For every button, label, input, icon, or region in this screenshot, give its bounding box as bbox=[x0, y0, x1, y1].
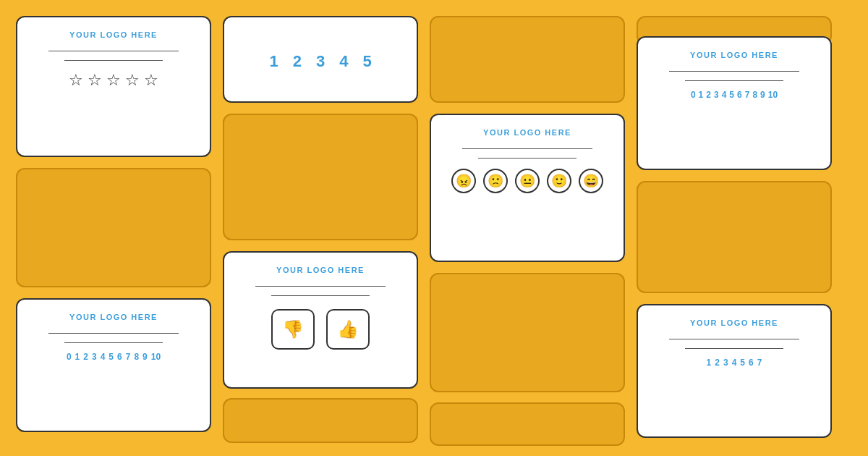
card-golden-col3-bottom bbox=[430, 402, 625, 446]
star-1: ☆ bbox=[69, 71, 83, 90]
logo-text: YOUR LOGO HERE bbox=[69, 30, 158, 39]
emoji-rating: 😠 🙁 😐 🙂 😄 bbox=[451, 169, 603, 193]
card-golden-col2-bottom bbox=[223, 398, 418, 443]
card-golden-col3-lower bbox=[430, 273, 625, 392]
num-3: 3 bbox=[92, 352, 97, 362]
emoji-sad: 🙁 bbox=[483, 169, 508, 193]
num-2: 2 bbox=[706, 90, 711, 100]
nps-partial-scale: 1 2 3 4 5 6 7 bbox=[707, 358, 762, 368]
card-logo-stars: YOUR LOGO HERE ☆ ☆ ☆ ☆ ☆ bbox=[16, 16, 211, 157]
scale-15-numbers: 1 2 3 4 5 bbox=[269, 52, 371, 71]
card-golden-col3-top bbox=[430, 16, 625, 103]
divider-line2 bbox=[271, 295, 370, 296]
num-1: 1 bbox=[75, 352, 80, 362]
num-2: 2 bbox=[83, 352, 88, 362]
divider-line bbox=[48, 51, 179, 51]
nps-scale: 0 1 2 3 4 5 6 7 8 9 10 bbox=[67, 352, 161, 362]
card-logo-emojis: YOUR LOGO HERE 😠 🙁 😐 🙂 😄 bbox=[430, 114, 625, 262]
star-2: ☆ bbox=[88, 71, 102, 90]
card-golden-col2-mid bbox=[223, 114, 418, 240]
num-7: 7 bbox=[745, 90, 750, 100]
num-9: 9 bbox=[760, 90, 765, 100]
star-3: ☆ bbox=[106, 71, 121, 90]
card-logo-nps-bottom-left: YOUR LOGO HERE 0 1 2 3 4 5 6 7 8 9 10 bbox=[16, 298, 211, 432]
num-4: 4 bbox=[732, 358, 737, 368]
emoji-happy: 🙂 bbox=[547, 169, 571, 193]
divider-line bbox=[669, 339, 800, 339]
logo-text: YOUR LOGO HERE bbox=[690, 318, 778, 327]
num-2: 2 bbox=[293, 52, 302, 71]
emoji-neutral: 😐 bbox=[515, 169, 540, 193]
thumbs-rating: 👎 👍 bbox=[271, 309, 370, 350]
divider-line bbox=[669, 71, 800, 72]
logo-text: YOUR LOGO HERE bbox=[690, 51, 778, 59]
num-1: 1 bbox=[269, 52, 278, 71]
card-logo-thumbs: YOUR LOGO HERE 👎 👍 bbox=[223, 251, 418, 389]
star-5: ☆ bbox=[144, 71, 158, 90]
num-5: 5 bbox=[109, 352, 114, 362]
divider-line bbox=[48, 333, 179, 334]
card-logo-nps-right: YOUR LOGO HERE 0 1 2 3 4 5 6 7 8 9 10 bbox=[637, 36, 832, 170]
num-2: 2 bbox=[715, 358, 720, 368]
thumbs-up-box: 👍 bbox=[326, 309, 370, 350]
num-3: 3 bbox=[316, 52, 325, 71]
divider-line2 bbox=[64, 342, 163, 343]
logo-text: YOUR LOGO HERE bbox=[483, 128, 571, 137]
num-8: 8 bbox=[134, 352, 139, 362]
divider-line2 bbox=[685, 80, 783, 81]
star-4: ☆ bbox=[125, 71, 140, 90]
card-golden-col1-mid bbox=[16, 168, 211, 287]
num-1: 1 bbox=[699, 90, 704, 100]
num-4: 4 bbox=[339, 52, 348, 71]
thumbs-down-box: 👎 bbox=[271, 309, 315, 350]
num-1: 1 bbox=[707, 358, 712, 368]
card-logo-nps-bottom-right: YOUR LOGO HERE 1 2 3 4 5 6 7 bbox=[637, 304, 832, 438]
num-9: 9 bbox=[142, 352, 148, 362]
card-scale-15: 1 2 3 4 5 bbox=[223, 16, 418, 103]
num-4: 4 bbox=[101, 352, 106, 362]
num-5: 5 bbox=[740, 358, 745, 368]
divider-line bbox=[255, 286, 386, 287]
divider-line2 bbox=[64, 60, 163, 61]
num-4: 4 bbox=[722, 90, 727, 100]
emoji-very-happy: 😄 bbox=[579, 169, 603, 193]
emoji-angry: 😠 bbox=[451, 169, 476, 193]
logo-text: YOUR LOGO HERE bbox=[69, 313, 158, 321]
num-10: 10 bbox=[151, 352, 161, 362]
nps-scale: 0 1 2 3 4 5 6 7 8 9 10 bbox=[691, 90, 778, 100]
card-golden-col4-mid bbox=[637, 181, 832, 293]
num-5: 5 bbox=[362, 52, 371, 71]
num-10: 10 bbox=[768, 90, 778, 100]
thumbs-up-icon: 👍 bbox=[337, 319, 359, 339]
num-7: 7 bbox=[757, 358, 762, 368]
num-0: 0 bbox=[67, 352, 72, 362]
num-5: 5 bbox=[729, 90, 734, 100]
thumbs-down-icon: 👎 bbox=[282, 319, 304, 339]
num-7: 7 bbox=[126, 352, 131, 362]
stars-rating: ☆ ☆ ☆ ☆ ☆ bbox=[69, 71, 158, 90]
logo-text: YOUR LOGO HERE bbox=[276, 266, 365, 274]
num-0: 0 bbox=[691, 90, 696, 100]
num-6: 6 bbox=[737, 90, 742, 100]
divider-line bbox=[462, 148, 593, 149]
num-3: 3 bbox=[714, 90, 719, 100]
divider-line2 bbox=[478, 158, 576, 159]
num-6: 6 bbox=[749, 358, 754, 368]
num-3: 3 bbox=[723, 358, 728, 368]
num-6: 6 bbox=[117, 352, 122, 362]
num-8: 8 bbox=[752, 90, 757, 100]
divider-line2 bbox=[685, 348, 783, 349]
